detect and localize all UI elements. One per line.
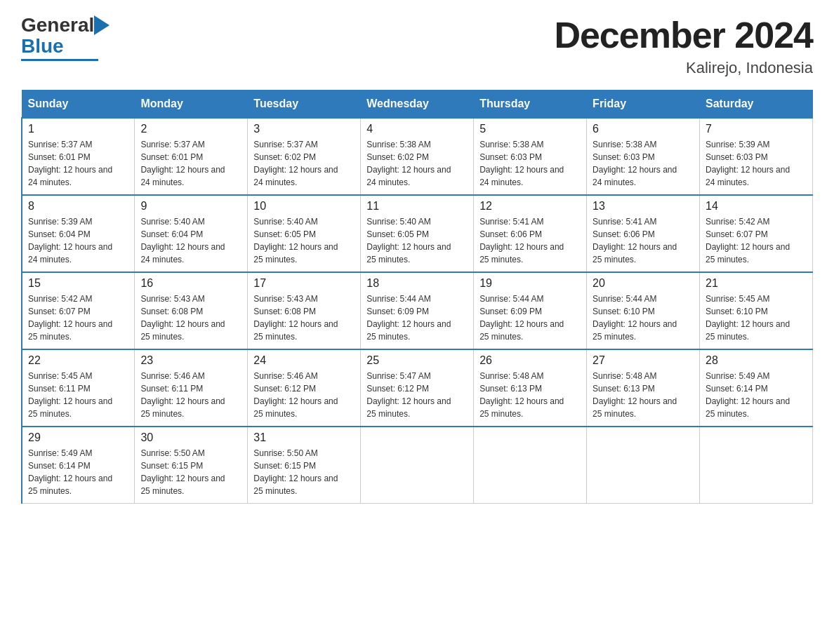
day-info: Sunrise: 5:38 AMSunset: 6:03 PMDaylight:… [593, 138, 694, 189]
day-number: 1 [28, 123, 128, 135]
day-info: Sunrise: 5:38 AMSunset: 6:03 PMDaylight:… [479, 138, 581, 189]
calendar-week-row: 1Sunrise: 5:37 AMSunset: 6:01 PMDaylight… [22, 118, 813, 195]
calendar-cell: 9Sunrise: 5:40 AMSunset: 6:04 PMDaylight… [135, 195, 248, 272]
day-number: 5 [479, 123, 581, 135]
calendar-cell: 1Sunrise: 5:37 AMSunset: 6:01 PMDaylight… [22, 118, 135, 195]
day-info: Sunrise: 5:37 AMSunset: 6:01 PMDaylight:… [28, 138, 128, 189]
calendar-cell: 20Sunrise: 5:44 AMSunset: 6:10 PMDayligh… [587, 272, 700, 349]
logo-arrow-icon [94, 15, 110, 35]
logo: General Blue [21, 14, 110, 61]
calendar-cell: 12Sunrise: 5:41 AMSunset: 6:06 PMDayligh… [474, 195, 587, 272]
calendar-header-saturday: Saturday [700, 90, 813, 119]
calendar-header-monday: Monday [135, 90, 248, 119]
day-info: Sunrise: 5:46 AMSunset: 6:12 PMDaylight:… [253, 370, 355, 420]
day-number: 18 [366, 277, 468, 290]
day-info: Sunrise: 5:38 AMSunset: 6:02 PMDaylight:… [366, 138, 468, 189]
calendar-week-row: 8Sunrise: 5:39 AMSunset: 6:04 PMDaylight… [22, 195, 813, 272]
calendar-cell: 30Sunrise: 5:50 AMSunset: 6:15 PMDayligh… [135, 427, 248, 504]
calendar-cell [361, 427, 474, 504]
calendar-week-row: 22Sunrise: 5:45 AMSunset: 6:11 PMDayligh… [22, 349, 813, 427]
page-subtitle: Kalirejo, Indonesia [554, 59, 813, 77]
day-number: 27 [593, 354, 694, 367]
calendar-header-friday: Friday [587, 90, 700, 119]
calendar-week-row: 15Sunrise: 5:42 AMSunset: 6:07 PMDayligh… [22, 272, 813, 349]
calendar-header-sunday: Sunday [22, 90, 135, 119]
calendar-cell: 23Sunrise: 5:46 AMSunset: 6:11 PMDayligh… [135, 349, 248, 427]
calendar-cell: 13Sunrise: 5:41 AMSunset: 6:06 PMDayligh… [587, 195, 700, 272]
calendar-table: SundayMondayTuesdayWednesdayThursdayFrid… [21, 90, 813, 504]
day-number: 20 [593, 277, 694, 290]
day-number: 15 [28, 277, 128, 290]
day-info: Sunrise: 5:49 AMSunset: 6:14 PMDaylight:… [706, 370, 807, 420]
day-number: 28 [706, 354, 807, 367]
day-info: Sunrise: 5:37 AMSunset: 6:01 PMDaylight:… [140, 138, 241, 189]
calendar-cell: 8Sunrise: 5:39 AMSunset: 6:04 PMDaylight… [22, 195, 135, 272]
day-info: Sunrise: 5:44 AMSunset: 6:09 PMDaylight:… [479, 293, 581, 343]
calendar-cell: 10Sunrise: 5:40 AMSunset: 6:05 PMDayligh… [248, 195, 361, 272]
calendar-cell: 14Sunrise: 5:42 AMSunset: 6:07 PMDayligh… [700, 195, 813, 272]
day-number: 31 [253, 431, 355, 444]
title-area: December 2024 Kalirejo, Indonesia [554, 14, 813, 77]
calendar-cell: 18Sunrise: 5:44 AMSunset: 6:09 PMDayligh… [361, 272, 474, 349]
calendar-week-row: 29Sunrise: 5:49 AMSunset: 6:14 PMDayligh… [22, 427, 813, 504]
day-info: Sunrise: 5:44 AMSunset: 6:10 PMDaylight:… [593, 293, 694, 343]
day-number: 9 [140, 200, 241, 213]
day-number: 25 [366, 354, 468, 367]
day-number: 24 [253, 354, 355, 367]
day-number: 19 [479, 277, 581, 290]
day-info: Sunrise: 5:39 AMSunset: 6:03 PMDaylight:… [706, 138, 807, 189]
day-number: 23 [140, 354, 241, 367]
calendar-cell: 25Sunrise: 5:47 AMSunset: 6:12 PMDayligh… [361, 349, 474, 427]
day-info: Sunrise: 5:41 AMSunset: 6:06 PMDaylight:… [479, 215, 581, 266]
day-number: 7 [706, 123, 807, 135]
day-info: Sunrise: 5:41 AMSunset: 6:06 PMDaylight:… [593, 215, 694, 266]
calendar-header-row: SundayMondayTuesdayWednesdayThursdayFrid… [22, 90, 813, 119]
calendar-cell: 19Sunrise: 5:44 AMSunset: 6:09 PMDayligh… [474, 272, 587, 349]
day-number: 10 [253, 200, 355, 213]
day-info: Sunrise: 5:45 AMSunset: 6:11 PMDaylight:… [28, 370, 128, 420]
day-number: 12 [479, 200, 581, 213]
calendar-cell [474, 427, 587, 504]
day-number: 14 [706, 200, 807, 213]
day-number: 21 [706, 277, 807, 290]
calendar-cell: 5Sunrise: 5:38 AMSunset: 6:03 PMDaylight… [474, 118, 587, 195]
day-info: Sunrise: 5:39 AMSunset: 6:04 PMDaylight:… [28, 215, 128, 266]
day-number: 13 [593, 200, 694, 213]
day-info: Sunrise: 5:40 AMSunset: 6:05 PMDaylight:… [366, 215, 468, 266]
day-info: Sunrise: 5:43 AMSunset: 6:08 PMDaylight:… [253, 293, 355, 343]
calendar-cell: 31Sunrise: 5:50 AMSunset: 6:15 PMDayligh… [248, 427, 361, 504]
calendar-header-thursday: Thursday [474, 90, 587, 119]
day-number: 2 [140, 123, 241, 135]
calendar-cell [700, 427, 813, 504]
calendar-cell: 11Sunrise: 5:40 AMSunset: 6:05 PMDayligh… [361, 195, 474, 272]
calendar-cell: 6Sunrise: 5:38 AMSunset: 6:03 PMDaylight… [587, 118, 700, 195]
calendar-cell: 16Sunrise: 5:43 AMSunset: 6:08 PMDayligh… [135, 272, 248, 349]
calendar-cell: 7Sunrise: 5:39 AMSunset: 6:03 PMDaylight… [700, 118, 813, 195]
day-info: Sunrise: 5:49 AMSunset: 6:14 PMDaylight:… [28, 447, 128, 497]
day-info: Sunrise: 5:45 AMSunset: 6:10 PMDaylight:… [706, 293, 807, 343]
calendar-cell: 15Sunrise: 5:42 AMSunset: 6:07 PMDayligh… [22, 272, 135, 349]
day-info: Sunrise: 5:50 AMSunset: 6:15 PMDaylight:… [140, 447, 241, 497]
calendar-header-wednesday: Wednesday [361, 90, 474, 119]
calendar-cell: 21Sunrise: 5:45 AMSunset: 6:10 PMDayligh… [700, 272, 813, 349]
day-number: 8 [28, 200, 128, 213]
day-number: 17 [253, 277, 355, 290]
day-info: Sunrise: 5:43 AMSunset: 6:08 PMDaylight:… [140, 293, 241, 343]
day-info: Sunrise: 5:47 AMSunset: 6:12 PMDaylight:… [366, 370, 468, 420]
day-number: 11 [366, 200, 468, 213]
calendar-cell: 3Sunrise: 5:37 AMSunset: 6:02 PMDaylight… [248, 118, 361, 195]
calendar-cell: 29Sunrise: 5:49 AMSunset: 6:14 PMDayligh… [22, 427, 135, 504]
day-info: Sunrise: 5:48 AMSunset: 6:13 PMDaylight:… [479, 370, 581, 420]
day-info: Sunrise: 5:48 AMSunset: 6:13 PMDaylight:… [593, 370, 694, 420]
calendar-cell: 26Sunrise: 5:48 AMSunset: 6:13 PMDayligh… [474, 349, 587, 427]
day-info: Sunrise: 5:46 AMSunset: 6:11 PMDaylight:… [140, 370, 241, 420]
calendar-cell: 28Sunrise: 5:49 AMSunset: 6:14 PMDayligh… [700, 349, 813, 427]
day-info: Sunrise: 5:42 AMSunset: 6:07 PMDaylight:… [706, 215, 807, 266]
calendar-cell: 17Sunrise: 5:43 AMSunset: 6:08 PMDayligh… [248, 272, 361, 349]
day-info: Sunrise: 5:37 AMSunset: 6:02 PMDaylight:… [253, 138, 355, 189]
day-number: 4 [366, 123, 468, 135]
day-number: 16 [140, 277, 241, 290]
calendar-cell: 2Sunrise: 5:37 AMSunset: 6:01 PMDaylight… [135, 118, 248, 195]
day-info: Sunrise: 5:50 AMSunset: 6:15 PMDaylight:… [253, 447, 355, 497]
day-info: Sunrise: 5:44 AMSunset: 6:09 PMDaylight:… [366, 293, 468, 343]
